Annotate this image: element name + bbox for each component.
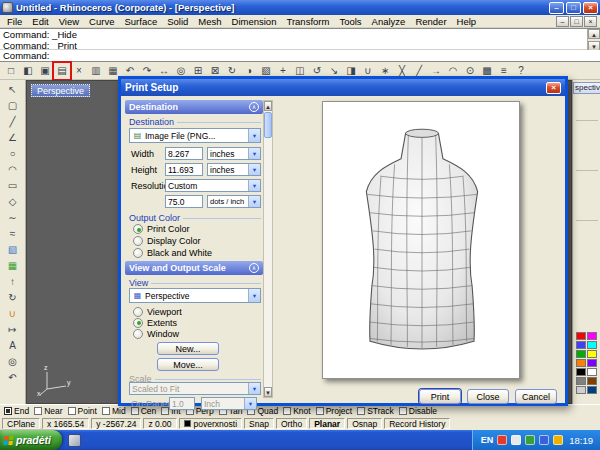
docked-tab-fragment[interactable]: spective <box>573 82 600 94</box>
viewport-title[interactable]: Perspective <box>31 84 90 97</box>
menu-render[interactable]: Render <box>410 16 451 27</box>
quick-launch-icon[interactable] <box>68 434 81 447</box>
undo-view-icon[interactable]: ↶ <box>4 370 22 385</box>
maximize-icon[interactable]: □ <box>566 2 581 14</box>
collapse-chevron-icon[interactable]: ∧ <box>249 263 259 273</box>
save-file-icon[interactable]: ▣ <box>37 63 53 79</box>
scroll-down-icon[interactable]: ▼ <box>264 387 272 397</box>
height-input[interactable]: 11.693 <box>165 163 203 176</box>
width-unit-select[interactable]: inches ▼ <box>207 147 261 160</box>
loft-icon[interactable]: ≈ <box>4 226 22 241</box>
new-file-icon[interactable]: □ <box>3 63 19 79</box>
radio-option[interactable]: Display Color <box>133 236 212 246</box>
freeform-curve-icon[interactable]: ∼ <box>4 210 22 225</box>
start-button[interactable]: pradėti <box>0 430 62 450</box>
open-file-icon[interactable]: ◧ <box>20 63 36 79</box>
collapse-chevron-icon[interactable]: ∧ <box>249 102 259 112</box>
radio-option[interactable]: Viewport <box>133 307 182 316</box>
scroll-up-icon[interactable]: ▲ <box>588 29 600 39</box>
menu-help[interactable]: Help <box>452 16 482 27</box>
command-input[interactable]: Command: <box>0 50 600 62</box>
palette-color[interactable] <box>587 332 597 340</box>
pointer-icon[interactable]: ↖ <box>4 82 22 97</box>
polygon-icon[interactable]: ◇ <box>4 194 22 209</box>
settings-scrollbar[interactable]: ▲ ▼ <box>263 100 273 398</box>
radio-option[interactable]: Extents <box>133 318 182 327</box>
destination-section-header[interactable]: Destination ∧ <box>125 100 263 114</box>
status-toggle[interactable]: Ortho <box>276 418 307 429</box>
dropdown-arrow-icon[interactable]: ▼ <box>248 148 260 159</box>
scrollbar-thumb[interactable] <box>264 112 272 138</box>
menu-dimension[interactable]: Dimension <box>227 16 282 27</box>
text-icon[interactable]: A <box>4 338 22 353</box>
security-shield-icon[interactable] <box>497 435 507 445</box>
revolve-icon[interactable]: ↻ <box>4 290 22 305</box>
volume-icon[interactable] <box>511 435 521 445</box>
palette-color[interactable] <box>576 386 586 394</box>
command-history[interactable]: Command: _HideCommand: _Print ▲ ▼ <box>0 28 600 50</box>
close-button[interactable]: Close <box>467 389 509 404</box>
dropdown-arrow-icon[interactable]: ▼ <box>248 164 260 175</box>
boolean-icon[interactable]: ∪ <box>4 306 22 321</box>
osnap-toggle[interactable]: End <box>4 406 29 416</box>
status-toggle[interactable]: Snap <box>244 418 274 429</box>
move-button[interactable]: Move... <box>157 358 219 371</box>
command-history-scrollbar[interactable]: ▲ ▼ <box>587 29 600 51</box>
osnap-toggle[interactable]: Point <box>68 406 97 416</box>
palette-color[interactable] <box>576 377 586 385</box>
palette-color[interactable] <box>587 377 597 385</box>
radio-option[interactable]: Black and White <box>133 248 212 258</box>
menu-file[interactable]: File <box>2 16 27 27</box>
menu-edit[interactable]: Edit <box>27 16 53 27</box>
status-cell[interactable]: y -2567.24 <box>91 418 141 429</box>
status-toggle[interactable]: Record History <box>384 418 450 429</box>
palette-color[interactable] <box>576 368 586 376</box>
menu-view[interactable]: View <box>54 16 84 27</box>
osnap-toggle[interactable]: Near <box>34 406 62 416</box>
dialog-title-bar[interactable]: Print Setup × <box>121 79 565 96</box>
child-close-icon[interactable]: × <box>584 16 597 27</box>
minimize-icon[interactable]: – <box>549 2 564 14</box>
print-icon[interactable]: ▤ <box>54 63 70 79</box>
cut-icon[interactable]: × <box>71 63 87 79</box>
dialog-close-icon[interactable]: × <box>546 82 561 94</box>
child-restore-icon[interactable]: □ <box>570 16 583 27</box>
dropdown-arrow-icon[interactable]: ▼ <box>248 180 260 191</box>
palette-color[interactable] <box>587 359 597 367</box>
status-toggle[interactable]: Planar <box>309 418 345 429</box>
radio-option[interactable]: Print Color <box>133 224 212 234</box>
status-cell[interactable]: CPlane <box>2 418 40 429</box>
selection-window-icon[interactable]: ▢ <box>4 98 22 113</box>
menu-solid[interactable]: Solid <box>162 16 193 27</box>
line-icon[interactable]: ╱ <box>4 114 22 129</box>
dpi-unit-select[interactable]: dots / inch ▼ <box>207 195 261 208</box>
menu-mesh[interactable]: Mesh <box>193 16 226 27</box>
messenger-icon[interactable] <box>539 435 549 445</box>
mesh-icon[interactable]: ▦ <box>4 258 22 273</box>
dpi-input[interactable]: 75.0 <box>165 195 203 208</box>
status-cell[interactable]: x 1665.54 <box>42 418 89 429</box>
rectangle-icon[interactable]: ▭ <box>4 178 22 193</box>
palette-color[interactable] <box>576 341 586 349</box>
new-button[interactable]: New... <box>157 342 219 355</box>
polyline-icon[interactable]: ∠ <box>4 130 22 145</box>
menu-curve[interactable]: Curve <box>84 16 119 27</box>
width-input[interactable]: 8.267 <box>165 147 203 160</box>
view-select[interactable]: ▦ Perspective ▼ <box>129 288 261 303</box>
zoom-lens-icon[interactable]: ◎ <box>4 354 22 369</box>
title-bar[interactable]: Untitled - Rhinoceros (Corporate) - [Per… <box>0 0 600 15</box>
close-icon[interactable]: × <box>583 2 598 14</box>
circle-icon[interactable]: ○ <box>4 146 22 161</box>
menu-transform[interactable]: Transform <box>281 16 334 27</box>
dropdown-arrow-icon[interactable]: ▼ <box>248 129 260 142</box>
palette-color[interactable] <box>587 368 597 376</box>
palette-color[interactable] <box>576 359 586 367</box>
view-scale-section-header[interactable]: View and Output Scale ∧ <box>125 261 263 275</box>
printer-select[interactable]: ▤ Image File (PNG... ▼ <box>129 128 261 143</box>
surface-icon[interactable]: ▧ <box>4 242 22 257</box>
palette-color[interactable] <box>587 350 597 358</box>
palette-color[interactable] <box>587 341 597 349</box>
layer-indicator[interactable]: poverxnosti <box>179 418 242 429</box>
extrude-icon[interactable]: ↑ <box>4 274 22 289</box>
menu-surface[interactable]: Surface <box>119 16 162 27</box>
